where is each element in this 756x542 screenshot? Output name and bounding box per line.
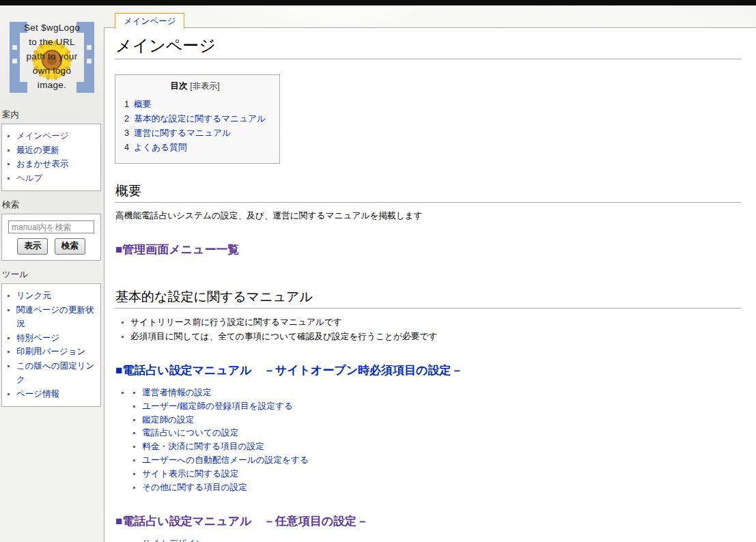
table-of-contents: 目次 [非表示] 1概要 2基本的な設定に関するマニュアル 3運営に関するマニュ… xyxy=(115,74,280,164)
optional-settings-heading: ■電話占い設定マニュアル －任意項目の設定－ xyxy=(115,513,741,529)
sidebar-item-special-pages[interactable]: 特別ページ xyxy=(16,331,96,345)
tools-heading: ツール xyxy=(1,268,101,283)
list-item[interactable]: 鑑定師の設定 xyxy=(142,414,741,427)
logo-placeholder-text: Set $wgLogo to the URL path to your own … xyxy=(1,20,102,92)
navigation-heading: 案内 xyxy=(1,108,101,124)
list-item[interactable]: ユーザーへの自動配信メールの設定をする xyxy=(142,454,741,468)
search-heading: 検索 xyxy=(1,198,101,214)
required-settings-link[interactable]: ■電話占い設定マニュアル －サイトオープン時必須項目の設定－ xyxy=(115,364,462,377)
toc-item-operation-manual[interactable]: 3運営に関するマニュアル xyxy=(124,126,266,141)
content-area: メインページ メインページ 目次 [非表示] 1概要 2基本的な設定に関するマニ… xyxy=(104,27,756,542)
note-item: サイトリリース前に行う設定に関するマニュアルです xyxy=(130,315,741,330)
page-title: メインページ xyxy=(115,32,741,59)
sidebar-item-random-page[interactable]: おまかせ表示 xyxy=(16,157,96,171)
basic-notes-list: サイトリリース前に行う設定に関するマニュアルです 必須項目に関しては、全ての事項… xyxy=(130,315,741,343)
site-logo[interactable]: Set $wgLogo to the URL path to your own … xyxy=(1,8,104,105)
top-black-bar xyxy=(0,0,756,5)
toc-item-basic-settings[interactable]: 2基本的な設定に関するマニュアル xyxy=(124,112,266,126)
search-input[interactable] xyxy=(8,220,94,233)
admin-menu-heading: ■管理画面メニュー一覧 xyxy=(115,242,741,257)
toc-item-faq[interactable]: 4よくある質問 xyxy=(124,141,266,155)
section-heading-overview: 概要 xyxy=(115,182,741,203)
sidebar-item-help[interactable]: ヘルプ xyxy=(16,171,96,186)
list-item[interactable]: その他に関する項目の設定 xyxy=(142,481,741,495)
sidebar-item-printable-version[interactable]: 印刷用バージョン xyxy=(16,345,96,359)
toc-title: 目次 xyxy=(170,81,187,91)
list-item[interactable]: サイト表示に関する設定 xyxy=(142,468,741,481)
go-button[interactable]: 表示 xyxy=(17,238,48,255)
toc-item-overview[interactable]: 1概要 xyxy=(124,98,266,112)
portlet-navigation: 案内 メインページ 最近の更新 おまかせ表示 ヘルプ xyxy=(1,108,101,191)
list-item[interactable]: 運営者情報の設定 xyxy=(142,386,741,400)
sidebar-item-page-info[interactable]: ページ情報 xyxy=(16,387,96,401)
admin-menu-link[interactable]: ■管理画面メニュー一覧 xyxy=(115,243,239,256)
portlet-search: 検索 表示 検索 xyxy=(1,198,101,261)
section-heading-basic-settings: 基本的な設定に関するマニュアル xyxy=(115,287,741,309)
tab-main-page[interactable]: メインページ xyxy=(115,13,184,29)
list-item[interactable]: 料金・決済に関する項目の設定 xyxy=(142,440,741,454)
overview-paragraph: 高機能電話占いシステムの設定、及び、運営に関するマニュアルを掲載します xyxy=(115,210,741,223)
list-item[interactable]: ユーザー/鑑定師の登録項目を設定する xyxy=(142,400,741,414)
optional-settings-link[interactable]: ■電話占い設定マニュアル －任意項目の設定－ xyxy=(115,515,368,528)
optional-settings-list: サイトデザイン ユーザー情報の管理に関する設定 管理画面にアクセス可能なIPを制… xyxy=(130,537,741,542)
list-item[interactable]: 電話占いについての設定 xyxy=(142,427,741,440)
list-item[interactable]: サイトデザイン xyxy=(142,537,741,542)
required-settings-list: 運営者情報の設定 ユーザー/鑑定師の登録項目を設定する 鑑定師の設定 電話占いに… xyxy=(130,386,741,494)
required-settings-heading: ■電話占い設定マニュアル －サイトオープン時必須項目の設定－ xyxy=(115,362,741,378)
sidebar-item-mainpage[interactable]: メインページ xyxy=(16,129,96,143)
note-item: 必須項目に関しては、全ての事項について確認及び設定を行うことが必要です xyxy=(130,330,741,344)
sidebar: 案内 メインページ 最近の更新 おまかせ表示 ヘルプ 検索 表示 検索 ツール … xyxy=(1,108,101,414)
sidebar-item-recent-changes[interactable]: 最近の更新 xyxy=(16,143,96,158)
toc-hide-toggle[interactable]: [非表示] xyxy=(190,81,219,91)
sidebar-item-what-links-here[interactable]: リンク元 xyxy=(16,289,96,303)
sidebar-item-related-changes[interactable]: 関連ページの更新状況 xyxy=(16,303,96,331)
search-button[interactable]: 検索 xyxy=(55,238,85,255)
sidebar-item-permanent-link[interactable]: この版への固定リンク xyxy=(16,359,96,387)
portlet-tools: ツール リンク元 関連ページの更新状況 特別ページ 印刷用バージョン この版への… xyxy=(1,268,101,407)
